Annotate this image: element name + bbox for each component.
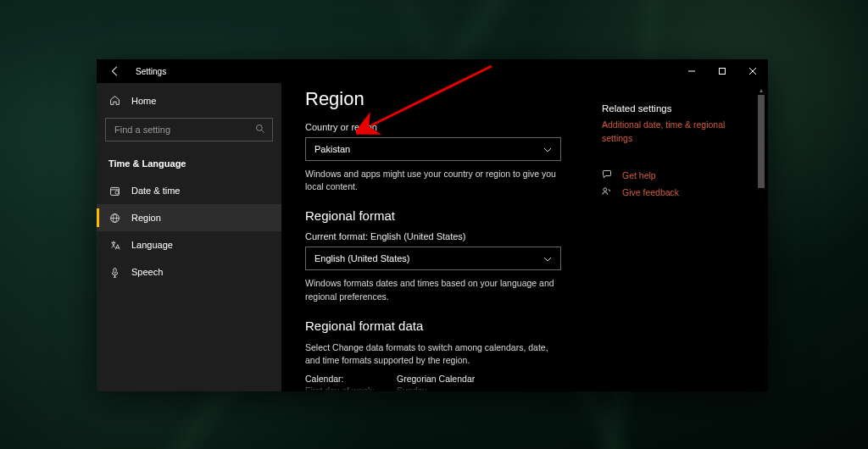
nav-speech[interactable]: Speech (97, 258, 281, 285)
nav-date-time[interactable]: Date & time (97, 177, 281, 204)
svg-line-3 (262, 130, 264, 132)
chevron-down-icon (543, 145, 552, 154)
format-value: English (United States) (314, 253, 410, 263)
desktop-wallpaper: Settings Home Time & Language Date & tim… (0, 0, 868, 449)
related-heading: Related settings (602, 103, 754, 114)
clock-icon (108, 186, 121, 197)
close-button[interactable] (737, 59, 768, 83)
format-hint: Windows formats dates and times based on… (305, 277, 559, 302)
home-icon (108, 95, 121, 106)
svg-point-6 (115, 191, 119, 194)
data-hint: Select Change data formats to switch amo… (305, 341, 559, 367)
search-input[interactable] (113, 124, 255, 136)
minimize-button[interactable] (676, 59, 707, 83)
content-pane: Region Country or region Pakistan Window… (281, 83, 768, 391)
chevron-down-icon (543, 254, 552, 263)
country-label: Country or region (305, 122, 585, 132)
help-icon (602, 169, 614, 181)
home-nav[interactable]: Home (97, 90, 281, 111)
country-hint: Windows and apps might use your country … (305, 168, 559, 193)
category-heading: Time & Language (97, 153, 281, 177)
country-value: Pakistan (314, 144, 350, 154)
nav-label: Region (131, 213, 161, 223)
scroll-up-button[interactable]: ▴ (756, 85, 766, 95)
help-label: Get help (622, 170, 656, 180)
settings-window: Settings Home Time & Language Date & tim… (97, 59, 768, 391)
maximize-button[interactable] (707, 59, 737, 83)
nav-region[interactable]: Region (97, 204, 281, 231)
get-help-link[interactable]: Get help (602, 169, 754, 181)
title-bar: Settings (97, 59, 768, 83)
search-box[interactable] (105, 118, 273, 141)
svg-rect-1 (720, 69, 726, 75)
data-heading: Regional format data (305, 319, 585, 333)
nav-label: Speech (131, 267, 163, 277)
language-icon (108, 240, 121, 251)
home-label: Home (131, 96, 156, 106)
related-pane: Related settings Additional date, time &… (602, 86, 754, 391)
globe-icon (108, 213, 121, 224)
scroll-thumb[interactable] (758, 95, 765, 188)
search-icon (255, 124, 265, 136)
scrollbar[interactable]: ▴ (756, 85, 766, 391)
microphone-icon (108, 267, 121, 278)
window-title: Settings (136, 67, 166, 76)
nav-label: Language (131, 240, 173, 250)
sidebar: Home Time & Language Date & time Region … (97, 83, 281, 391)
nav-label: Date & time (131, 186, 180, 196)
feedback-link[interactable]: Give feedback (602, 186, 754, 198)
format-select[interactable]: English (United States) (305, 247, 561, 270)
page-heading: Region (305, 88, 585, 110)
related-link[interactable]: Additional date, time & regional setting… (602, 119, 754, 146)
back-button[interactable] (107, 63, 124, 80)
feedback-icon (602, 186, 614, 198)
format-label: Current format: English (United States) (305, 231, 585, 241)
svg-rect-10 (114, 268, 116, 273)
country-select[interactable]: Pakistan (305, 137, 561, 161)
nav-language[interactable]: Language (97, 231, 281, 258)
svg-point-11 (604, 187, 607, 191)
feedback-label: Give feedback (622, 187, 679, 197)
format-heading: Regional format (305, 208, 585, 223)
svg-point-2 (257, 125, 263, 130)
